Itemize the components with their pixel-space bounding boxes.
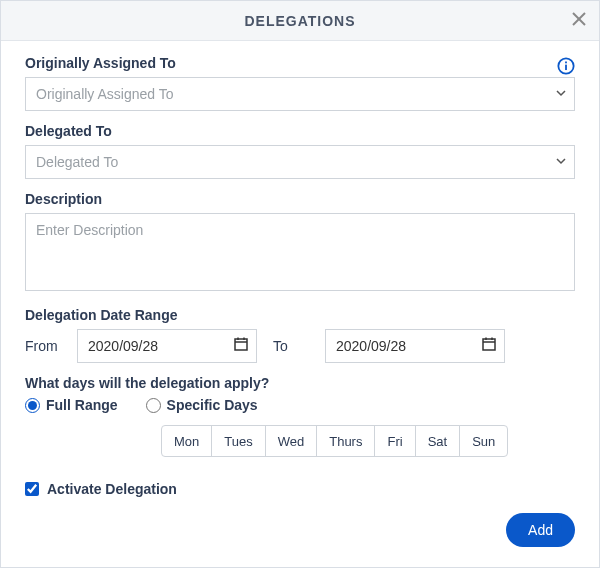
dialog-body: Originally Assigned To Originally Assign… xyxy=(1,41,599,567)
full-range-radio-input[interactable] xyxy=(25,398,40,413)
dialog-footer: Add xyxy=(506,513,575,547)
delegations-dialog: DELEGATIONS Originally Assigned To Origi… xyxy=(0,0,600,568)
close-button[interactable] xyxy=(567,9,591,33)
description-row: Description xyxy=(25,191,575,295)
originally-assigned-label: Originally Assigned To xyxy=(25,55,176,71)
day-sat-button[interactable]: Sat xyxy=(415,425,461,457)
day-mon-button[interactable]: Mon xyxy=(161,425,212,457)
date-range-row: Delegation Date Range From To xyxy=(25,307,575,363)
delegated-to-select[interactable]: Delegated To xyxy=(25,145,575,179)
info-icon[interactable] xyxy=(557,57,575,75)
svg-rect-4 xyxy=(565,62,567,64)
to-label: To xyxy=(273,338,309,354)
day-tues-button[interactable]: Tues xyxy=(211,425,265,457)
full-range-radio[interactable]: Full Range xyxy=(25,397,118,413)
originally-assigned-select[interactable]: Originally Assigned To xyxy=(25,77,575,111)
to-date-input[interactable] xyxy=(325,329,505,363)
day-thurs-button[interactable]: Thurs xyxy=(316,425,375,457)
dialog-title: DELEGATIONS xyxy=(244,13,355,29)
date-range-label: Delegation Date Range xyxy=(25,307,575,323)
originally-assigned-row: Originally Assigned To Originally Assign… xyxy=(25,55,575,111)
svg-rect-3 xyxy=(565,65,567,70)
specific-days-radio-label: Specific Days xyxy=(167,397,258,413)
day-fri-button[interactable]: Fri xyxy=(374,425,415,457)
description-textarea[interactable] xyxy=(25,213,575,291)
specific-days-radio[interactable]: Specific Days xyxy=(146,397,258,413)
activate-delegation-label: Activate Delegation xyxy=(47,481,177,497)
specific-days-radio-input[interactable] xyxy=(146,398,161,413)
close-icon xyxy=(572,10,586,31)
description-label: Description xyxy=(25,191,575,207)
activate-delegation-checkbox[interactable] xyxy=(25,482,39,496)
days-apply-row: What days will the delegation apply? Ful… xyxy=(25,375,575,457)
activate-delegation-row: Activate Delegation xyxy=(25,481,575,497)
days-toggle-group: Mon Tues Wed Thurs Fri Sat Sun xyxy=(161,425,575,457)
add-button[interactable]: Add xyxy=(506,513,575,547)
delegated-to-label: Delegated To xyxy=(25,123,575,139)
day-sun-button[interactable]: Sun xyxy=(459,425,508,457)
delegated-to-row: Delegated To Delegated To xyxy=(25,123,575,179)
from-label: From xyxy=(25,338,61,354)
full-range-radio-label: Full Range xyxy=(46,397,118,413)
dialog-header: DELEGATIONS xyxy=(1,1,599,41)
day-wed-button[interactable]: Wed xyxy=(265,425,318,457)
days-apply-label: What days will the delegation apply? xyxy=(25,375,575,391)
from-date-input[interactable] xyxy=(77,329,257,363)
